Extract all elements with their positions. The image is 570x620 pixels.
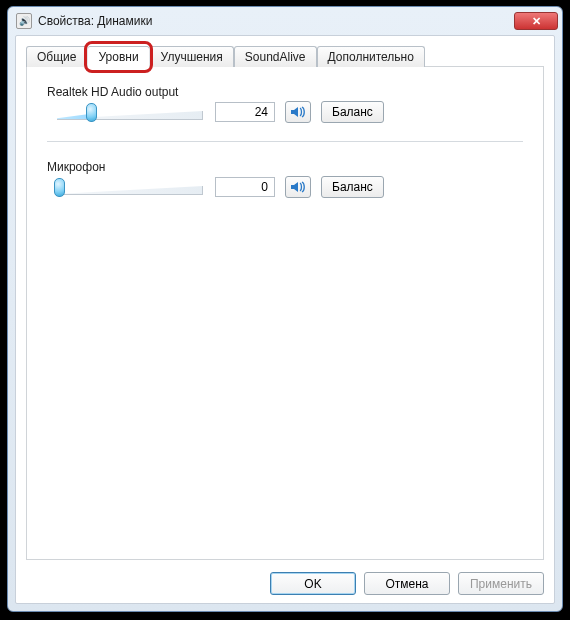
window-title: Свойства: Динамики <box>38 14 152 28</box>
client-area: Общие Уровни Улучшения SoundAlive Дополн… <box>15 35 555 604</box>
tab-label: Дополнительно <box>328 50 414 64</box>
tab-label: Уровни <box>98 50 138 64</box>
mute-button[interactable] <box>285 176 311 198</box>
tab-enhancements[interactable]: Улучшения <box>150 46 234 67</box>
volume-slider[interactable] <box>55 176 205 198</box>
speaker-icon <box>290 105 306 119</box>
volume-value-input[interactable] <box>215 102 275 122</box>
tab-page-levels: Realtek HD Audio output Баланс Мик <box>26 66 544 560</box>
tab-levels[interactable]: Уровни <box>87 46 149 67</box>
slider-track-bg <box>57 185 203 195</box>
dialog-footer: OK Отмена Применить <box>26 568 544 595</box>
ok-button[interactable]: OK <box>270 572 356 595</box>
level-channel-group: Микрофон Баланс <box>47 160 523 198</box>
divider <box>47 141 523 142</box>
close-icon: ✕ <box>532 15 541 28</box>
tab-label: Улучшения <box>161 50 223 64</box>
tab-strip: Общие Уровни Улучшения SoundAlive Дополн… <box>26 46 544 67</box>
channel-name: Микрофон <box>47 160 523 174</box>
tab-label: Общие <box>37 50 76 64</box>
speaker-device-icon: 🔊 <box>16 13 32 29</box>
tab-soundalive[interactable]: SoundAlive <box>234 46 317 67</box>
speaker-icon <box>290 180 306 194</box>
cancel-button[interactable]: Отмена <box>364 572 450 595</box>
slider-thumb[interactable] <box>86 103 97 122</box>
mute-button[interactable] <box>285 101 311 123</box>
close-button[interactable]: ✕ <box>514 12 558 30</box>
tab-advanced[interactable]: Дополнительно <box>317 46 425 67</box>
tab-general[interactable]: Общие <box>26 46 87 67</box>
volume-slider[interactable] <box>55 101 205 123</box>
apply-button[interactable]: Применить <box>458 572 544 595</box>
balance-button[interactable]: Баланс <box>321 176 384 198</box>
titlebar[interactable]: 🔊 Свойства: Динамики ✕ <box>8 7 562 35</box>
tab-label: SoundAlive <box>245 50 306 64</box>
dialog-window: 🔊 Свойства: Динамики ✕ Общие Уровни Улуч… <box>7 6 563 612</box>
level-channel-group: Realtek HD Audio output Баланс <box>47 85 523 123</box>
volume-value-input[interactable] <box>215 177 275 197</box>
balance-button[interactable]: Баланс <box>321 101 384 123</box>
channel-name: Realtek HD Audio output <box>47 85 523 99</box>
slider-thumb[interactable] <box>54 178 65 197</box>
